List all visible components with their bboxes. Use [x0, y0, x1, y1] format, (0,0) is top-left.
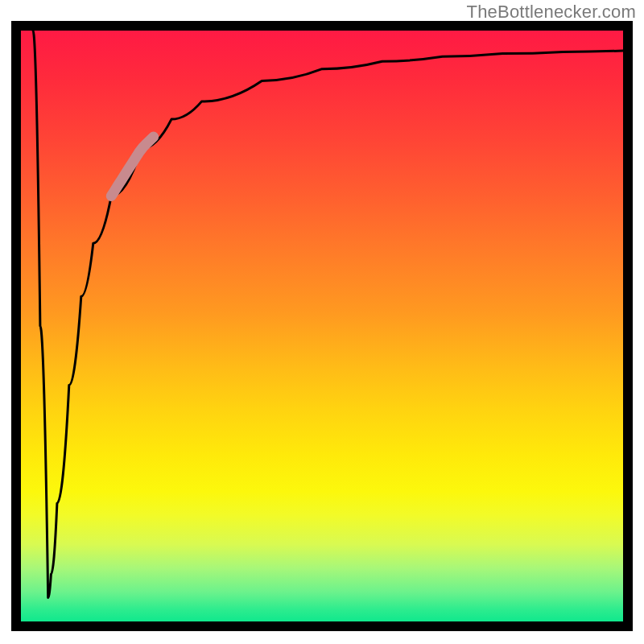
chart-frame	[11, 21, 633, 631]
curve-svg	[21, 31, 623, 621]
bottleneck-curve	[33, 31, 623, 598]
chart-plot-area	[21, 31, 623, 621]
highlight-segment	[111, 137, 153, 196]
watermark-text: TheBottlenecker.com	[467, 2, 636, 23]
chart-container: TheBottlenecker.com	[0, 0, 644, 644]
